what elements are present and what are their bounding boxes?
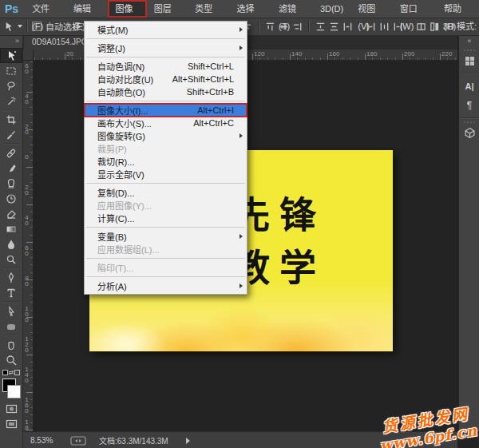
dodge-tool[interactable] (0, 252, 22, 267)
screen-mode-button[interactable] (0, 416, 22, 431)
ruler-label: 20 (23, 184, 30, 195)
shape-tool[interactable] (0, 319, 22, 334)
menu-3d[interactable]: 3D(D) (313, 0, 350, 18)
menu-item-reveal-all[interactable]: 显示全部(V) (85, 168, 247, 180)
ruler-label: 60 (23, 244, 30, 256)
menu-item-auto-contrast[interactable]: 自动对比度(U)Alt+Shift+Ctrl+L (85, 73, 247, 85)
vertical-ruler[interactable]: 60 40 20 0 20 40 60 80 100 120 140 160 1… (22, 50, 34, 431)
tool-divider (3, 143, 19, 145)
distribute-bottom-icon[interactable] (342, 21, 354, 33)
quick-mask-button[interactable] (0, 401, 22, 416)
dock-divider (461, 117, 478, 119)
menu-separator (86, 101, 245, 101)
magic-wand-tool[interactable] (0, 93, 22, 109)
align-bottom-icon[interactable] (291, 21, 303, 33)
background-color-swatch[interactable] (7, 385, 21, 398)
menu-item-adjustments[interactable]: 调整(J) (85, 42, 247, 54)
expand-panels-icon[interactable]: « (459, 35, 479, 48)
menu-item-calculations[interactable]: 计算(C)... (85, 212, 247, 224)
distribute-top-icon[interactable] (315, 21, 327, 33)
ruler-label: 200 (404, 50, 414, 57)
menu-select[interactable]: 选择(S) (230, 0, 271, 18)
collapse-panel-icon[interactable]: » (0, 35, 22, 48)
options-divider (26, 20, 28, 33)
menu-layer[interactable]: 图层(L) (147, 0, 188, 18)
ruler-label: 100 (23, 305, 30, 322)
status-options-arrow-icon[interactable] (186, 438, 190, 444)
tools-panel: » ⇄ (0, 35, 23, 448)
tool-divider (3, 301, 19, 303)
zoom-tool[interactable] (0, 352, 22, 367)
menu-item-duplicate[interactable]: 复制(D)... (85, 186, 247, 199)
history-brush-tool[interactable] (0, 191, 22, 206)
submenu-arrow-icon (240, 46, 243, 50)
eraser-tool[interactable] (0, 206, 22, 221)
preview-icon[interactable] (70, 436, 86, 446)
character-panel-icon[interactable]: A| (459, 77, 479, 96)
type-tool[interactable] (0, 285, 22, 300)
tool-divider (3, 335, 19, 336)
menu-item-image-size[interactable]: 图像大小(I)...Alt+Ctrl+I (85, 104, 247, 117)
menu-item-auto-tone[interactable]: 自动色调(N)Shift+Ctrl+L (85, 60, 247, 73)
document-size-info: 文档:63.3M/143.3M (99, 434, 168, 446)
submenu-arrow-icon (240, 234, 243, 239)
menu-item-mode[interactable]: 模式(M) (85, 23, 247, 36)
hand-tool[interactable] (0, 337, 22, 352)
pen-tool[interactable] (0, 270, 22, 285)
menu-item-variables[interactable]: 变量(B) (85, 230, 247, 243)
dock-divider (461, 73, 478, 74)
move-tool[interactable] (0, 48, 22, 63)
auto-align-layers2-icon[interactable] (429, 21, 441, 33)
distribute-vcenter-icon[interactable] (328, 21, 340, 33)
preset-dropdown-icon[interactable] (18, 25, 22, 28)
gradient-tool[interactable] (0, 221, 22, 236)
menu-item-trim[interactable]: 裁切(R)... (85, 155, 247, 168)
ruler-label: 120 (254, 50, 264, 57)
photoshop-window: Ps 文件(F) 编辑(E) 图像(I) 图层(L) 类型(Y) 选择(S) 滤… (0, 0, 479, 448)
menu-edit[interactable]: 编辑(E) (66, 0, 108, 18)
menu-help[interactable]: 帮助(H) (437, 0, 479, 18)
menu-type[interactable]: 类型(Y) (188, 0, 229, 18)
swap-colors-icon[interactable]: ⇄ (0, 367, 22, 377)
distribute-hcenter-icon[interactable] (378, 21, 390, 33)
align-top-icon[interactable] (264, 21, 276, 33)
blur-tool[interactable] (0, 236, 22, 252)
path-selection-tool[interactable] (0, 303, 22, 319)
swatches-panel-icon[interactable] (459, 51, 479, 70)
threed-panel-icon[interactable] (459, 123, 479, 142)
move-tool-preset-icon[interactable] (3, 22, 14, 32)
auto-align-layers-icon[interactable] (415, 21, 427, 33)
panel-dock: « A| ¶ (458, 35, 479, 431)
brush-tool[interactable] (0, 161, 22, 176)
menu-window[interactable]: 窗口(W) (393, 0, 437, 18)
ruler-label: 0 (23, 153, 30, 159)
menu-item-canvas-size[interactable]: 画布大小(S)...Alt+Ctrl+C (85, 117, 247, 129)
menu-filter[interactable]: 滤镜(T) (271, 0, 313, 18)
rectangular-marquee-tool[interactable] (0, 63, 22, 78)
ps-logo: Ps (0, 2, 25, 15)
menu-item-auto-color[interactable]: 自动颜色(O)Shift+Ctrl+B (85, 85, 247, 98)
crop-tool[interactable] (0, 112, 22, 127)
menu-item-analysis[interactable]: 分析(A) (85, 280, 247, 292)
ruler-label: 140 (23, 366, 30, 383)
ruler-label: 160 (23, 396, 30, 413)
eyedropper-tool[interactable] (0, 127, 22, 142)
swatch-grid-icon (465, 57, 474, 65)
menu-separator (86, 57, 245, 57)
zoom-level-field[interactable]: 8.53% (30, 436, 59, 445)
spot-healing-brush-tool[interactable] (0, 145, 22, 161)
ruler-corner (22, 50, 34, 61)
lasso-tool[interactable] (0, 78, 22, 93)
menu-view[interactable]: 视图(V) (350, 0, 392, 18)
menu-image[interactable]: 图像(I) (108, 0, 146, 18)
clone-stamp-tool[interactable] (0, 176, 22, 191)
menu-file[interactable]: 文件(F) (25, 0, 66, 18)
paragraph-panel-icon[interactable]: ¶ (459, 96, 479, 115)
ruler-label: 140 (291, 50, 302, 57)
watermark: 货源批发网 www.6pf.cn (375, 401, 478, 448)
ruler-label: 20 (23, 123, 30, 134)
submenu-arrow-icon (240, 27, 243, 32)
ruler-label: 160 (329, 50, 339, 57)
ruler-label: 120 (23, 335, 30, 352)
menu-item-image-rotation[interactable]: 图像旋转(G) (85, 129, 247, 142)
